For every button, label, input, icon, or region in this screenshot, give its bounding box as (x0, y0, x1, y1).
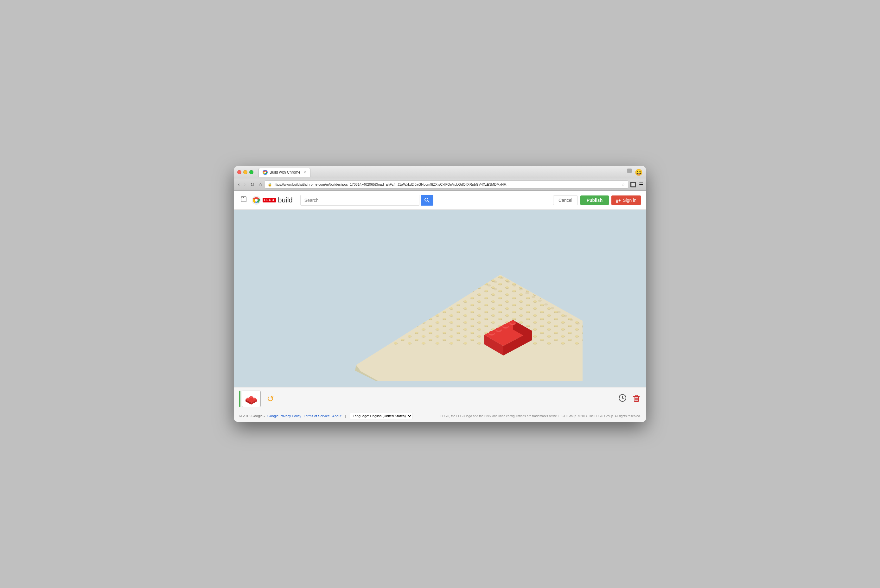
svg-point-21 (538, 300, 542, 302)
svg-point-248 (554, 339, 558, 340)
svg-point-22 (544, 303, 548, 306)
toolbar-icons: 🔲 ☰ (630, 182, 643, 188)
svg-point-438 (415, 339, 418, 340)
terms-link[interactable]: Terms of Service (304, 414, 330, 418)
emoji-button[interactable]: 😆 (635, 168, 643, 176)
svg-point-426 (422, 335, 425, 337)
svg-point-469 (489, 331, 495, 334)
svg-point-130 (520, 300, 523, 302)
extension-icon-1[interactable]: 🔲 (630, 182, 636, 188)
svg-point-424 (415, 332, 418, 334)
svg-point-198 (499, 304, 502, 306)
svg-point-364 (471, 332, 474, 334)
menu-icon[interactable]: ☰ (639, 182, 643, 188)
svg-point-332 (443, 311, 446, 313)
svg-point-212 (547, 328, 550, 330)
svg-point-418 (450, 342, 453, 344)
svg-point-84 (499, 283, 502, 285)
resize-button[interactable] (627, 168, 632, 173)
close-button[interactable] (237, 170, 241, 174)
svg-point-238 (520, 321, 523, 323)
tab-close-button[interactable]: ✕ (303, 171, 306, 175)
gplus-icon: g+ (616, 198, 621, 203)
bottom-toolbar: ↺ (234, 387, 646, 410)
svg-point-262 (492, 314, 495, 316)
svg-point-220 (575, 342, 579, 344)
svg-point-404 (464, 342, 467, 344)
svg-point-246 (547, 335, 550, 337)
active-tab[interactable]: Build with Chrome ✕ (258, 168, 310, 177)
svg-point-388 (478, 342, 481, 344)
svg-point-376 (436, 321, 439, 323)
svg-point-5 (255, 199, 258, 201)
svg-point-430 (436, 342, 439, 344)
svg-point-366 (478, 335, 481, 337)
url-display: https://www.buildwithchrome.com/m/builde… (273, 183, 508, 186)
svg-point-240 (526, 325, 530, 327)
language-select[interactable]: Language: English (United States) (350, 413, 412, 419)
svg-point-278 (547, 342, 550, 344)
about-link[interactable]: About (332, 414, 342, 418)
svg-point-436 (408, 335, 411, 337)
brick-thumbnail (244, 393, 258, 405)
search-input[interactable] (300, 195, 420, 206)
svg-point-384 (464, 335, 467, 337)
svg-point-184 (575, 335, 579, 337)
tab-title: Build with Chrome (270, 170, 300, 175)
chrome-favicon (262, 170, 268, 175)
maximize-button[interactable] (249, 170, 253, 174)
svg-point-42 (499, 276, 502, 278)
reload-button[interactable]: ↻ (249, 181, 256, 188)
signin-button[interactable]: g+ Sign in (612, 195, 641, 205)
minimize-button[interactable] (243, 170, 247, 174)
svg-point-128 (513, 297, 516, 299)
svg-point-94 (534, 300, 537, 302)
forward-button[interactable]: › (243, 181, 247, 188)
svg-point-200 (505, 307, 509, 309)
svg-point-288 (478, 314, 481, 316)
svg-point-386 (471, 339, 474, 340)
svg-point-276 (540, 339, 544, 340)
brick-selector: ↺ (239, 391, 279, 407)
search-button[interactable] (421, 195, 433, 206)
svg-point-256 (471, 304, 474, 306)
svg-point-230 (492, 307, 495, 309)
brick-slot-1[interactable] (242, 391, 261, 407)
lego-scene: LEGO No. 8325950 (297, 216, 583, 381)
cancel-button[interactable]: Cancel (553, 195, 578, 205)
divider: | (345, 414, 346, 418)
svg-point-454 (394, 342, 397, 344)
svg-point-158 (485, 290, 488, 292)
svg-point-290 (485, 318, 488, 320)
svg-point-356 (443, 318, 446, 320)
back-button[interactable]: ‹ (237, 181, 241, 188)
svg-point-394 (429, 325, 432, 327)
svg-point-234 (505, 314, 509, 316)
svg-point-382 (457, 332, 460, 334)
svg-point-106 (575, 321, 579, 323)
trash-icon (632, 393, 641, 402)
svg-point-316 (478, 321, 481, 323)
publish-button[interactable]: Publish (580, 195, 609, 205)
svg-point-206 (526, 318, 530, 320)
svg-point-136 (540, 311, 544, 313)
svg-point-86 (505, 286, 509, 288)
home-button[interactable]: ⌂ (258, 181, 263, 188)
delete-button[interactable] (632, 393, 641, 404)
share-button[interactable] (239, 195, 248, 205)
svg-line-7 (428, 201, 429, 202)
svg-point-204 (520, 314, 523, 316)
history-button[interactable] (618, 393, 627, 404)
privacy-link[interactable]: Google Privacy Policy (267, 414, 301, 418)
main-canvas[interactable]: LEGO No. 8325950 (234, 210, 646, 387)
rotate-button[interactable]: ↺ (262, 391, 279, 407)
bookmark-star-icon[interactable]: ☆ (621, 182, 625, 187)
svg-point-216 (561, 335, 565, 337)
svg-point-138 (547, 314, 550, 316)
svg-point-122 (492, 286, 495, 288)
selected-indicator (239, 391, 240, 407)
svg-point-44 (505, 279, 509, 281)
svg-point-104 (568, 318, 571, 320)
svg-point-82 (492, 279, 495, 281)
address-input[interactable]: 🔒 https://www.buildwithchrome.com/m/buil… (265, 180, 628, 189)
